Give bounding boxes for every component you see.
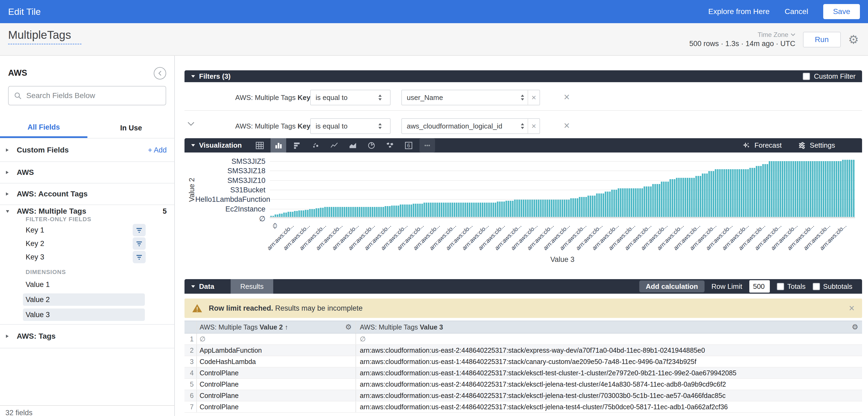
chart-bar[interactable] [359, 207, 360, 217]
column-header-value2[interactable]: AWS: Multiple Tags Value 2 ↑ ⚙ [197, 321, 356, 333]
chart-bar[interactable] [514, 200, 516, 217]
chart-bar[interactable] [322, 208, 324, 217]
viz-settings-button[interactable]: Settings [798, 141, 835, 149]
chart-bar[interactable] [848, 160, 850, 217]
chart-bar[interactable] [493, 203, 494, 217]
chart-bar[interactable] [283, 213, 285, 217]
chart-bar[interactable] [270, 216, 272, 217]
chart-bar[interactable] [583, 197, 585, 217]
table-row[interactable]: 2 AppLambdaFunction arn:aws:cloudformati… [185, 345, 862, 356]
chart-bar[interactable] [320, 208, 321, 217]
clear-filter-value-button[interactable]: × [528, 119, 539, 133]
chart-bar[interactable] [840, 161, 842, 217]
chart-bar[interactable] [749, 168, 751, 217]
column-gear-icon[interactable]: ⚙ [852, 323, 858, 332]
chart-bar[interactable] [406, 205, 408, 217]
query-title-text[interactable]: MultipleTags [8, 29, 71, 41]
chart-bar[interactable] [419, 204, 421, 217]
chart-bar[interactable] [838, 161, 839, 217]
subtotals-checkbox[interactable] [813, 283, 820, 290]
chart-bar[interactable] [652, 184, 654, 217]
search-fields-input[interactable] [26, 91, 160, 100]
sidebar-section-custom-fields[interactable]: Custom Fields + Add [0, 138, 174, 162]
chart-bar[interactable] [290, 212, 291, 217]
sidebar-section-aws-account-tags[interactable]: AWS: Account Tags [0, 183, 174, 205]
chart-bar[interactable] [745, 169, 747, 217]
chart-type-single-value[interactable]: 6 [401, 138, 416, 152]
chart-bar[interactable] [762, 164, 764, 217]
chart-bar[interactable] [348, 207, 349, 217]
chart-bar[interactable] [490, 203, 492, 217]
chart-bar[interactable] [581, 197, 583, 217]
chart-bar[interactable] [557, 200, 559, 217]
chart-type-scatter[interactable] [308, 138, 323, 152]
chart-bar[interactable] [374, 207, 375, 217]
chart-bar[interactable] [553, 200, 555, 217]
more-chart-types-button[interactable] [420, 138, 435, 152]
chart-bar[interactable] [596, 194, 598, 217]
chart-bar[interactable] [307, 210, 309, 217]
chart-bar[interactable] [505, 201, 507, 217]
clear-filter-value-button[interactable]: × [528, 90, 539, 105]
value2-cell[interactable]: AppLambdaFunction [197, 345, 356, 356]
chart-bar[interactable] [851, 160, 852, 217]
timezone-dropdown[interactable]: Time Zone [758, 31, 796, 38]
value3-cell[interactable]: arn:aws:cloudformation:us-east-1:4486402… [356, 368, 862, 378]
filter-field-button[interactable] [133, 224, 146, 236]
chart-bar[interactable] [611, 190, 613, 217]
filters-panel-header[interactable]: Filters (3) Custom Filter [185, 70, 862, 82]
filter-value-select[interactable]: aws_cloudformation_logical_id × [401, 118, 540, 134]
chart-bar[interactable] [728, 169, 730, 217]
chart-bar[interactable] [814, 161, 816, 217]
field-key-2[interactable]: Key 2 [0, 237, 174, 250]
chart-bar[interactable] [415, 204, 416, 217]
chart-bar[interactable] [747, 169, 749, 217]
chart-bar[interactable] [477, 203, 479, 217]
chart-type-line[interactable] [327, 138, 342, 152]
chart-bar[interactable] [327, 207, 328, 217]
chart-bar[interactable] [421, 204, 423, 217]
chart-bar[interactable] [754, 168, 755, 217]
chart-bar[interactable] [370, 207, 371, 217]
chart-bar[interactable] [458, 203, 460, 217]
sidebar-section-aws[interactable]: AWS [0, 162, 174, 183]
chart-bar[interactable] [784, 161, 785, 217]
chart-bar[interactable] [542, 200, 544, 217]
chart-bar[interactable] [844, 160, 846, 217]
chart-bar[interactable] [393, 206, 395, 217]
chart-bar[interactable] [469, 203, 470, 217]
chart-bar[interactable] [533, 200, 535, 217]
chart-bar[interactable] [812, 161, 813, 217]
chart-bar[interactable] [525, 200, 527, 217]
chart-bar[interactable] [642, 188, 643, 217]
chart-bar[interactable] [777, 161, 779, 217]
chart-bar[interactable] [805, 161, 807, 217]
value2-cell[interactable]: ∅ [197, 334, 356, 344]
chart-bar[interactable] [404, 205, 406, 217]
chart-bar[interactable] [644, 186, 645, 217]
chart-bar[interactable] [585, 197, 587, 217]
chart-bar[interactable] [818, 161, 820, 217]
chart-bar[interactable] [298, 210, 300, 217]
chart-bar[interactable] [708, 171, 710, 217]
chart-type-pie[interactable] [364, 138, 379, 152]
chart-bar[interactable] [508, 201, 509, 217]
forecast-button[interactable]: Forecast [743, 141, 782, 149]
chart-bar[interactable] [497, 202, 498, 217]
chart-bar[interactable] [831, 161, 833, 217]
table-row[interactable]: 7 ControlPlane arn:aws:cloudformation:us… [185, 402, 862, 413]
chart-bar[interactable] [531, 200, 533, 217]
custom-filter-checkbox[interactable] [803, 73, 810, 80]
chart-type-horizontal-bar[interactable] [289, 138, 305, 152]
chart-bar[interactable] [760, 166, 762, 217]
chart-bar[interactable] [281, 214, 283, 217]
tab-all-fields[interactable]: All Fields [0, 118, 87, 138]
chart-bar[interactable] [538, 200, 539, 217]
chart-bar[interactable] [536, 200, 537, 217]
chart-bar[interactable] [650, 186, 652, 217]
chart-bar[interactable] [659, 184, 660, 217]
data-panel-toggle[interactable]: Data [185, 282, 221, 291]
chart-bar[interactable] [279, 214, 281, 217]
chart-bar[interactable] [544, 200, 546, 217]
chart-bar[interactable] [501, 202, 503, 217]
